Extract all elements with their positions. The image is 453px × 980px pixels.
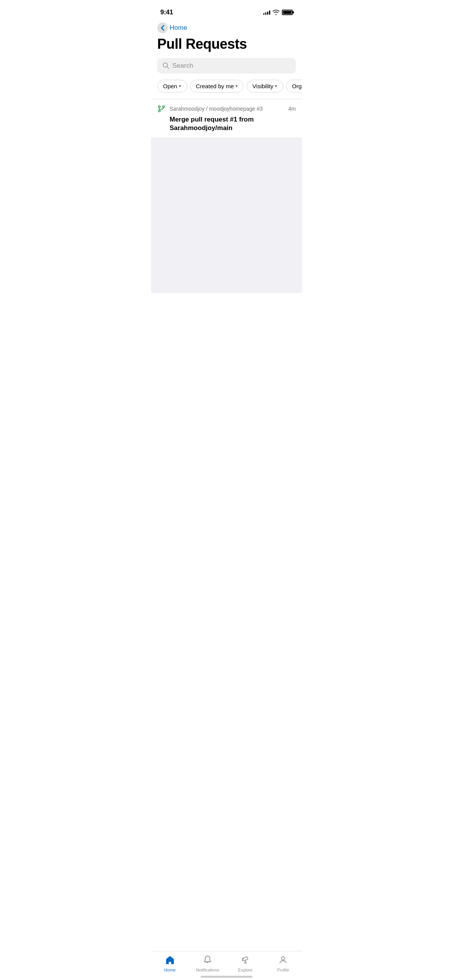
pr-git-icon	[157, 105, 166, 113]
status-time: 9:41	[160, 9, 173, 16]
filter-organization-label: Organizati	[292, 83, 302, 89]
filter-open-chevron: ▾	[179, 84, 181, 89]
status-bar: 9:41	[151, 0, 302, 19]
filter-open[interactable]: Open ▾	[157, 80, 187, 93]
filter-visibility-chevron: ▾	[275, 84, 277, 89]
back-chevron-icon	[161, 25, 165, 31]
pr-item-header: Sarahmoodjoy / moodjoyhomepage #3 4m	[157, 105, 296, 113]
filter-chips: Open ▾ Created by me ▾ Visibility ▾ Orga…	[151, 80, 302, 99]
pr-list: Sarahmoodjoy / moodjoyhomepage #3 4m Mer…	[151, 99, 302, 138]
pr-time: 4m	[288, 106, 296, 112]
battery-icon	[282, 10, 293, 15]
back-button-circle[interactable]	[157, 22, 168, 33]
filter-created-by-me[interactable]: Created by me ▾	[190, 80, 244, 93]
page-title: Pull Requests	[151, 35, 302, 58]
filter-organization[interactable]: Organizati	[286, 80, 302, 93]
pr-repo-meta: Sarahmoodjoy / moodjoyhomepage #3	[170, 106, 285, 112]
pr-title: Merge pull request #1 from Sarahmoodjoy/…	[157, 115, 296, 132]
filter-created-by-me-chevron: ▾	[235, 84, 238, 89]
signal-icon	[263, 10, 270, 15]
filter-visibility[interactable]: Visibility ▾	[247, 80, 283, 93]
svg-line-1	[167, 67, 169, 69]
back-navigation[interactable]: Home	[151, 19, 302, 35]
content-area: Home Pull Requests Search Open ▾ Created…	[151, 19, 302, 295]
empty-area	[151, 138, 302, 293]
search-bar[interactable]: Search	[157, 58, 296, 74]
pr-list-item[interactable]: Sarahmoodjoy / moodjoyhomepage #3 4m Mer…	[151, 99, 302, 138]
filter-open-label: Open	[163, 83, 177, 89]
search-placeholder: Search	[172, 62, 193, 70]
filter-created-by-me-label: Created by me	[196, 83, 234, 89]
filter-visibility-label: Visibility	[252, 83, 273, 89]
search-container: Search	[151, 58, 302, 80]
wifi-icon	[273, 10, 280, 15]
back-label[interactable]: Home	[170, 24, 187, 32]
status-icons	[263, 10, 293, 15]
search-icon	[163, 62, 169, 69]
